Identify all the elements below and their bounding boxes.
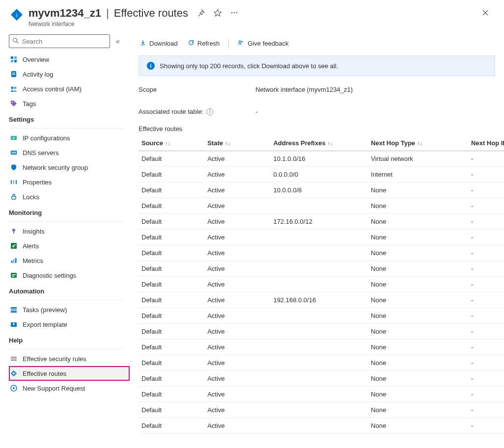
cell-state: Active (204, 277, 270, 292)
cell-nhip: - (468, 371, 504, 387)
sidebar-item-activity-log[interactable]: Activity log (9, 67, 130, 81)
column-header[interactable]: Address Prefixes↑↓ (270, 135, 368, 151)
cell-prefix (270, 371, 368, 387)
ip-config-icon: IP (10, 134, 18, 142)
table-row[interactable]: DefaultActiveNone-- (139, 402, 504, 418)
refresh-icon (188, 39, 195, 48)
resource-name: myvm1234_z1 (28, 7, 101, 20)
table-row[interactable]: DefaultActive10.1.0.0/16Virtual network-… (139, 151, 504, 167)
table-row[interactable]: DefaultActiveNone-- (139, 277, 504, 292)
sidebar-divider (9, 300, 124, 300)
scope-value: Network interface (myvm1234_z1) (255, 86, 353, 93)
cell-nhip: - (468, 183, 504, 198)
sidebar-item-label: Insights (23, 228, 45, 235)
table-row[interactable]: DefaultActiveNone-- (139, 355, 504, 371)
table-row[interactable]: DefaultActiveNone-- (139, 324, 504, 340)
table-row[interactable]: DefaultActiveNone-- (139, 230, 504, 245)
sort-icon[interactable]: ↑↓ (225, 140, 230, 146)
horizontal-scrollbar[interactable] (130, 439, 495, 446)
cell-prefix (270, 198, 368, 214)
table-row[interactable]: DefaultActiveNone-- (139, 308, 504, 324)
search-input[interactable] (22, 38, 107, 45)
table-row[interactable]: DefaultActiveNone-- (139, 261, 504, 277)
cell-nht: None (368, 292, 468, 308)
sidebar-item-export[interactable]: Export template (9, 317, 130, 332)
sidebar-item-insights[interactable]: Insights (9, 224, 130, 238)
sidebar-item-support[interactable]: New Support Request (9, 381, 130, 395)
sidebar-item-diag[interactable]: Diagnostic settings (9, 268, 130, 283)
svg-rect-32 (15, 258, 17, 263)
refresh-button[interactable]: Refresh (187, 37, 221, 50)
cell-source: Default (139, 214, 204, 230)
collapse-sidebar-icon[interactable]: « (114, 35, 122, 47)
download-button[interactable]: Download (139, 37, 179, 50)
sidebar-item-overview[interactable]: Overview (9, 52, 130, 67)
cell-source: Default (139, 198, 204, 214)
column-header[interactable]: Source↑↓ (139, 135, 204, 151)
resource-type: Network interface (28, 21, 188, 27)
table-title: Effective routes (130, 118, 504, 135)
eff-routes-icon (10, 369, 18, 377)
sidebar-item-dns[interactable]: DNS servers (9, 145, 130, 160)
pin-icon[interactable] (195, 7, 207, 20)
associated-route-table-value: - (255, 108, 257, 115)
sidebar-item-eff-routes[interactable]: Effective routes (9, 366, 130, 381)
sidebar-item-alerts[interactable]: Alerts (9, 238, 130, 253)
svg-point-5 (13, 38, 17, 42)
table-row[interactable]: DefaultActiveNone-- (139, 371, 504, 387)
column-header[interactable]: State↑↓ (204, 135, 270, 151)
cell-nht: None (368, 198, 468, 214)
sidebar-item-label: Effective routes (23, 370, 66, 377)
column-header[interactable]: Next Hop Type↑↓ (368, 135, 468, 151)
routes-table-wrap[interactable]: Source↑↓State↑↓Address Prefixes↑↓Next Ho… (139, 135, 504, 439)
svg-text:↓: ↓ (15, 10, 19, 18)
sidebar-item-eff-sec[interactable]: Effective security rules (9, 351, 130, 366)
cell-source: Default (139, 167, 204, 183)
table-row[interactable]: DefaultActiveNone-- (139, 387, 504, 402)
sidebar-item-properties[interactable]: Properties (9, 175, 130, 189)
cell-state: Active (204, 245, 270, 261)
table-row[interactable]: DefaultActiveNone-- (139, 340, 504, 355)
sidebar-item-tags[interactable]: Tags (9, 96, 130, 111)
table-row[interactable]: DefaultActive10.0.0.0/8None-- (139, 183, 504, 198)
sidebar-item-tasks[interactable]: Tasks (preview) (9, 302, 130, 317)
sidebar-item-nsg[interactable]: Network security group (9, 160, 130, 175)
sidebar-item-metrics[interactable]: Metrics (9, 253, 130, 268)
page-title: myvm1234_z1 | Effective routes (28, 7, 188, 20)
table-row[interactable]: DefaultActive172.16.0.0/12None-- (139, 214, 504, 230)
scope-label: Scope (139, 86, 255, 93)
sidebar-item-label: Tags (23, 100, 36, 107)
metrics-icon (10, 257, 18, 264)
svg-point-3 (234, 12, 235, 14)
svg-rect-21 (13, 152, 14, 154)
info-message: Showing only top 200 records, click Down… (160, 62, 338, 70)
cell-nhip: - (468, 167, 504, 183)
table-row[interactable]: DefaultActive0.0.0.0/0Internet-- (139, 167, 504, 183)
table-row[interactable]: DefaultActiveNone-- (139, 198, 504, 214)
sidebar-item-ip-config[interactable]: IPIP configurations (9, 131, 130, 145)
sort-icon[interactable]: ↑↓ (165, 140, 170, 146)
cell-state: Active (204, 324, 270, 340)
overview-icon (10, 55, 18, 63)
sort-icon[interactable]: ↑↓ (417, 140, 422, 146)
table-row[interactable]: DefaultActive192.168.0.0/16None-- (139, 292, 504, 308)
toolbar-divider (228, 39, 229, 49)
cell-nht: None (368, 387, 468, 402)
search-input-wrapper[interactable] (9, 34, 110, 48)
sidebar-item-locks[interactable]: Locks (9, 189, 130, 204)
table-row[interactable]: DefaultActiveNone-- (139, 245, 504, 261)
cell-source: Default (139, 261, 204, 277)
svg-rect-8 (14, 56, 17, 59)
svg-rect-41 (11, 358, 17, 359)
close-icon[interactable] (479, 7, 491, 20)
feedback-button[interactable]: Give feedback (237, 37, 289, 50)
table-row[interactable]: DefaultActiveNone-- (139, 418, 504, 434)
info-tooltip-icon[interactable]: i (206, 108, 213, 115)
column-header[interactable]: Next Hop IP Address↑↓ (468, 135, 504, 151)
favorite-icon[interactable] (212, 7, 224, 20)
svg-rect-9 (11, 60, 13, 62)
sidebar-divider (9, 221, 124, 222)
more-icon[interactable] (228, 7, 240, 20)
sidebar-item-iam[interactable]: Access control (IAM) (9, 81, 130, 96)
sort-icon[interactable]: ↑↓ (328, 140, 333, 146)
